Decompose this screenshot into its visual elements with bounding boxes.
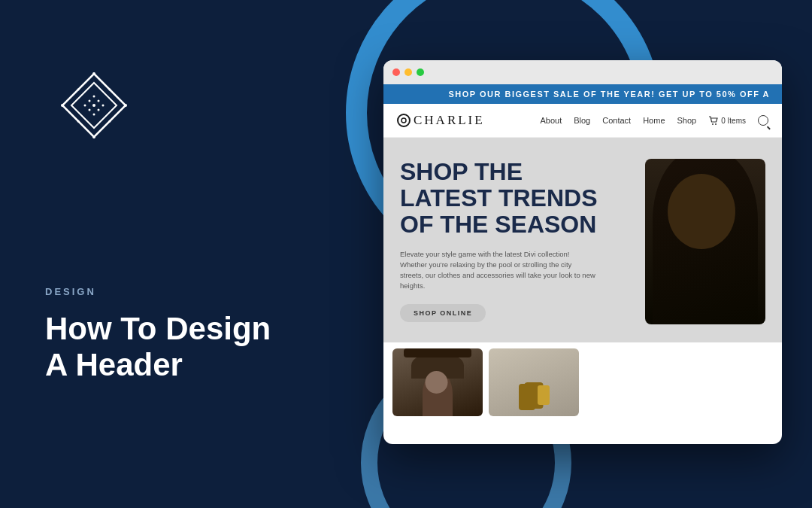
announcement-bar: SHOP OUR BIGGEST SALE OF THE YEAR! GET U…: [383, 84, 782, 104]
hero-line3: OF THE SEASON: [400, 211, 596, 238]
nav-blog[interactable]: Blog: [574, 116, 590, 125]
site-header: CHARLIE About Blog Contact Home Shop 0 I…: [383, 104, 782, 138]
browser-dot-maximize: [417, 68, 424, 76]
browser-mockup: SHOP OUR BIGGEST SALE OF THE YEAR! GET U…: [383, 60, 782, 444]
browser-dot-close: [392, 68, 400, 76]
nav-home[interactable]: Home: [643, 116, 665, 125]
svg-point-20: [712, 123, 714, 125]
site-logo: CHARLIE: [397, 113, 485, 128]
post-title: How To Design A Header: [45, 311, 271, 384]
site-nav: About Blog Contact Home Shop 0 Items: [540, 115, 768, 126]
nav-about[interactable]: About: [540, 116, 562, 125]
svg-point-2: [92, 104, 95, 107]
cart-icon: [708, 116, 718, 125]
svg-point-10: [98, 109, 100, 111]
search-icon[interactable]: [758, 115, 768, 126]
svg-point-7: [89, 100, 91, 102]
post-title-line1: How To Design: [45, 311, 271, 346]
svg-point-5: [93, 96, 95, 98]
nav-shop[interactable]: Shop: [677, 116, 697, 125]
svg-point-18: [77, 120, 80, 123]
browser-chrome: [383, 60, 782, 84]
svg-point-6: [93, 114, 95, 116]
left-content-area: Design How To Design A Header: [45, 286, 271, 384]
svg-point-8: [98, 100, 100, 102]
svg-point-19: [401, 118, 406, 123]
logo-circle-icon: [397, 114, 411, 127]
thumbnail-row: [383, 342, 782, 422]
divi-logo: [56, 68, 132, 143]
svg-point-15: [109, 89, 111, 91]
thumb-items: [489, 348, 579, 416]
svg-point-17: [77, 89, 80, 91]
svg-point-9: [89, 109, 91, 111]
shop-button[interactable]: SHOP ONLINE: [400, 304, 486, 322]
svg-point-11: [92, 72, 95, 75]
svg-point-4: [102, 105, 105, 107]
hero-line2: LATEST TRENDS: [400, 184, 598, 211]
svg-point-13: [92, 135, 95, 138]
hero-description: Elevate your style game with the latest …: [400, 249, 595, 292]
thumb-person: [392, 348, 483, 416]
svg-point-14: [61, 104, 64, 107]
svg-point-16: [109, 120, 111, 123]
cart-count: 0 Items: [721, 117, 746, 125]
hero-headline: SHOP THE LATEST TRENDS OF THE SEASON: [400, 159, 611, 239]
hero-section: SHOP THE LATEST TRENDS OF THE SEASON Ele…: [383, 138, 782, 342]
hero-line1: SHOP THE: [400, 158, 523, 185]
svg-point-3: [84, 105, 86, 107]
logo-text: CHARLIE: [414, 113, 485, 128]
svg-point-12: [124, 104, 127, 107]
category-label: Design: [45, 286, 271, 297]
cart-area[interactable]: 0 Items: [708, 116, 746, 125]
nav-contact[interactable]: Contact: [602, 116, 631, 125]
post-title-line2: A Header: [45, 347, 183, 382]
svg-point-21: [715, 123, 717, 125]
browser-dot-minimize: [404, 68, 412, 76]
